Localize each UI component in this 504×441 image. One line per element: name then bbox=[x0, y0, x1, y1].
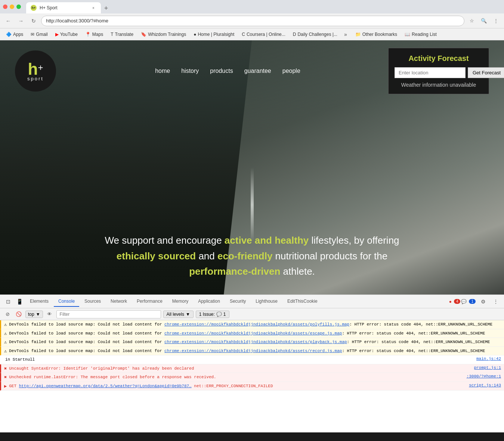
warning-link-1[interactable]: chrome-extension://mooikfkahbdckldjjndio… bbox=[164, 322, 349, 327]
pluralsight-favicon: ● bbox=[194, 32, 196, 37]
tab-lighthouse[interactable]: Lighthouse bbox=[251, 296, 282, 307]
issue-indicator[interactable]: 1 Issue: 💬 1 bbox=[196, 311, 229, 318]
daily-label: Daily Challenges |... bbox=[297, 32, 337, 37]
active-tab[interactable]: h+ H+ Sport × bbox=[26, 2, 101, 13]
warning-link-3[interactable]: chrome-extension://mooikfkahbdckldjjndio… bbox=[164, 340, 347, 344]
tab-security[interactable]: Security bbox=[225, 296, 250, 307]
pluralsight-label: Home | Pluralsight bbox=[198, 32, 234, 37]
hero-line-1: We support and encourage active and heal… bbox=[22, 233, 482, 249]
nav-products[interactable]: products bbox=[210, 68, 233, 74]
bookmark-whizdom[interactable]: 🔖 Whizdom Trainings bbox=[138, 31, 189, 38]
back-button[interactable]: ← bbox=[3, 16, 13, 26]
bookmark-maps[interactable]: 📍 Maps bbox=[82, 31, 106, 38]
info-file: main.js:42 bbox=[476, 357, 501, 361]
error-file-2: :3000/?#home:1 bbox=[467, 374, 501, 379]
clear-button[interactable]: 🚫 bbox=[14, 310, 23, 319]
translate-label: Translate bbox=[115, 32, 134, 37]
network-error-text: GET http://api.openweathermap.org/data/2… bbox=[9, 383, 467, 389]
console-warning-2: ⚠ DevTools failed to load source map: Co… bbox=[0, 329, 504, 338]
refresh-button[interactable]: ↻ bbox=[28, 16, 39, 26]
settings-icon[interactable]: ⋮ bbox=[491, 16, 501, 26]
bookmark-youtube[interactable]: ▶ YouTube bbox=[52, 31, 81, 38]
stop-button[interactable]: ⊘ bbox=[3, 310, 12, 319]
more-bookmarks-button[interactable]: » bbox=[342, 31, 349, 38]
devtools-settings-button[interactable]: ⚙ bbox=[478, 296, 488, 307]
hero-text: We support and encourage active and heal… bbox=[0, 233, 504, 280]
levels-label: All levels bbox=[167, 312, 184, 317]
gmail-label: Gmail bbox=[36, 32, 47, 37]
tab-memory[interactable]: Memory bbox=[168, 296, 193, 307]
bookmark-daily[interactable]: D Daily Challenges |... bbox=[290, 31, 340, 38]
nav-guarantee[interactable]: guarantee bbox=[244, 68, 271, 74]
bookmark-translate[interactable]: T Translate bbox=[108, 31, 136, 38]
bookmark-pluralsight[interactable]: ● Home | Pluralsight bbox=[191, 31, 237, 38]
other-bookmarks-button[interactable]: 📁 Other Bookmarks bbox=[352, 31, 400, 38]
apps-label: Apps bbox=[13, 32, 23, 37]
hero-line-3: performance-driven athlete. bbox=[22, 264, 482, 280]
bookmark-coursera[interactable]: C Coursera | Online... bbox=[239, 31, 288, 38]
title-bar: h+ H+ Sport × + bbox=[0, 0, 504, 13]
bookmarks-bar: 🔷 Apps ✉ Gmail ▶ YouTube 📍 Maps T Transl… bbox=[0, 28, 504, 40]
error-text-2: Unchecked runtime.lastError: The message… bbox=[9, 374, 464, 380]
nav-icons: ☆ 🔍 ⋮ bbox=[467, 16, 501, 26]
warning-text-1: DevTools failed to load source map: Coul… bbox=[9, 321, 501, 328]
close-button[interactable] bbox=[3, 4, 7, 9]
maps-label: Maps bbox=[92, 32, 103, 37]
eye-button[interactable]: 👁 bbox=[45, 310, 54, 319]
warning-link-2[interactable]: chrome-extension://mooikfkahbdckldjjndio… bbox=[164, 331, 342, 336]
bookmark-apps[interactable]: 🔷 Apps bbox=[3, 31, 26, 38]
maps-favicon: 📍 bbox=[85, 32, 91, 37]
console-error-2: ✖ Unchecked runtime.lastError: The messa… bbox=[0, 373, 504, 382]
error-file-1: prompt.js:1 bbox=[474, 366, 501, 370]
tab-close-button[interactable]: × bbox=[90, 5, 96, 11]
browser-chrome: h+ H+ Sport × + ← → ↻ http://localhost:3… bbox=[0, 0, 504, 40]
maximize-button[interactable] bbox=[16, 4, 21, 9]
tab-console[interactable]: Console bbox=[54, 296, 79, 307]
reading-list-label: Reading List bbox=[412, 32, 437, 37]
reading-list-button[interactable]: 📖 Reading List bbox=[402, 31, 440, 38]
tab-application[interactable]: Application bbox=[194, 296, 225, 307]
address-bar[interactable]: http://localhost:3000/?#home bbox=[41, 16, 464, 26]
console-filter-input[interactable] bbox=[56, 310, 161, 318]
other-bookmarks-label: Other Bookmarks bbox=[362, 32, 397, 37]
main-navigation: home history products guarantee people bbox=[67, 68, 388, 74]
website: h + sport home history products guarante… bbox=[0, 40, 504, 294]
new-tab-button[interactable]: + bbox=[101, 3, 111, 13]
devtools-toolbar: ⊘ 🚫 top ▼ 👁 All levels ▼ 1 Issue: 💬 1 bbox=[0, 308, 504, 320]
extension-icon[interactable]: 🔍 bbox=[479, 16, 489, 26]
warning-text-3: DevTools failed to load source map: Coul… bbox=[9, 339, 501, 345]
devtools-more-button[interactable]: ⋮ bbox=[491, 296, 501, 307]
console-info-1: in Startnull main.js:42 bbox=[0, 355, 504, 364]
youtube-favicon: ▶ bbox=[55, 32, 59, 37]
youtube-label: YouTube bbox=[60, 32, 78, 37]
nav-people[interactable]: people bbox=[282, 68, 300, 74]
devtools-device-button[interactable]: 📱 bbox=[14, 296, 25, 307]
nav-history[interactable]: history bbox=[181, 68, 199, 74]
tab-sources[interactable]: Sources bbox=[80, 296, 105, 307]
gmail-favicon: ✉ bbox=[31, 32, 34, 37]
minimize-button[interactable] bbox=[10, 4, 14, 9]
forward-button[interactable]: → bbox=[16, 16, 26, 26]
tab-elements[interactable]: Elements bbox=[25, 296, 53, 307]
tab-bar: h+ H+ Sport × + bbox=[23, 0, 501, 13]
error-badge: 4 bbox=[454, 299, 461, 304]
tab-editthiscookie[interactable]: EditThisCookie bbox=[283, 296, 322, 307]
context-selector[interactable]: top ▼ bbox=[25, 311, 43, 318]
log-levels-selector[interactable]: All levels ▼ bbox=[163, 311, 194, 318]
window-controls bbox=[3, 4, 21, 9]
tab-network[interactable]: Network bbox=[106, 296, 132, 307]
tab-title: H+ Sport bbox=[40, 5, 58, 10]
bookmark-gmail[interactable]: ✉ Gmail bbox=[28, 31, 50, 38]
location-input[interactable] bbox=[395, 67, 466, 78]
tab-performance[interactable]: Performance bbox=[132, 296, 167, 307]
warning-link-4[interactable]: chrome-extension://mooikfkahbdckldjjndio… bbox=[164, 349, 342, 353]
bookmark-icon[interactable]: ☆ bbox=[467, 16, 477, 26]
apps-favicon: 🔷 bbox=[6, 32, 12, 37]
get-forecast-button[interactable]: Get Forecast bbox=[468, 67, 504, 78]
devtools-inspect-button[interactable]: ⊡ bbox=[3, 296, 13, 307]
error-icon-1: ✖ bbox=[4, 366, 7, 371]
site-logo[interactable]: h + sport bbox=[15, 50, 56, 92]
network-error-file: script.js:143 bbox=[469, 383, 501, 388]
error-text-1: Uncaught SyntaxError: Identifier 'origin… bbox=[9, 366, 471, 372]
nav-home[interactable]: home bbox=[155, 68, 170, 74]
